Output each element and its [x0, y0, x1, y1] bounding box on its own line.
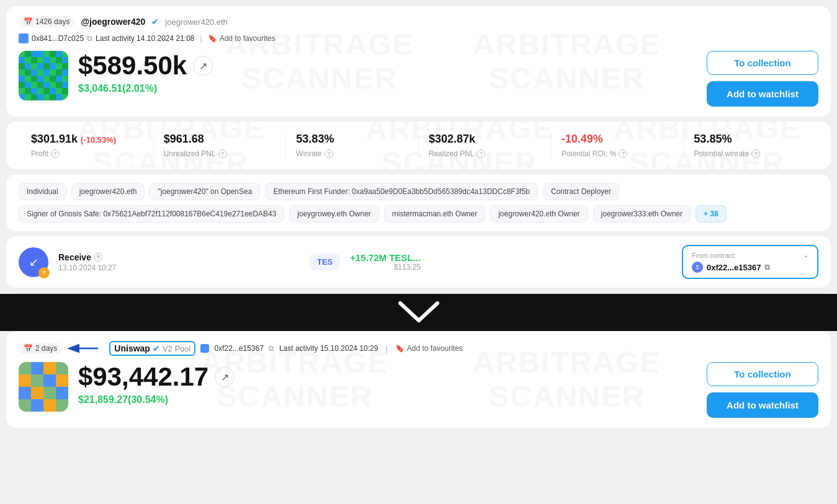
pwinrate-help-icon[interactable]: ?: [751, 149, 760, 158]
svg-rect-79: [43, 399, 56, 412]
share-button[interactable]: ↗: [193, 56, 213, 76]
profit-help-icon[interactable]: ?: [51, 149, 60, 158]
svg-rect-12: [43, 57, 50, 63]
svg-rect-66: [31, 362, 43, 374]
address-icon: [19, 33, 29, 43]
eth-name: joegrower420.eth: [165, 17, 227, 27]
wallet-2-copy-icon[interactable]: ⧉: [269, 344, 274, 353]
dropdown-icon[interactable]: ⌄: [803, 251, 808, 259]
share-icon: ↗: [199, 60, 207, 72]
svg-rect-24: [19, 69, 25, 76]
address-text: 0x841...D7c025: [32, 34, 84, 43]
share-button-2[interactable]: ↗: [215, 367, 235, 387]
svg-rect-1: [25, 51, 31, 57]
svg-rect-71: [43, 374, 56, 387]
pwinrate-value: 53.85%: [694, 133, 806, 146]
svg-rect-77: [19, 399, 31, 412]
svg-rect-48: [19, 88, 25, 94]
calendar-icon-2: 📅: [24, 344, 33, 353]
tx-help-icon[interactable]: ?: [94, 253, 102, 262]
winrate-label: Winrate ?: [296, 149, 408, 158]
add-watchlist-button-2[interactable]: Add to watchlist: [707, 392, 818, 418]
to-collection-button-2[interactable]: To collection: [707, 362, 818, 386]
winrate-value: 53.83%: [296, 133, 408, 146]
eth-icon-small: Ξ: [692, 262, 703, 273]
unrealized-value: $961.68: [164, 133, 276, 146]
svg-rect-28: [43, 69, 50, 76]
main-value-row-2: $93,442.17 ↗: [78, 362, 697, 392]
svg-rect-31: [62, 69, 68, 76]
tag-mistermacman: mistermacman.eth Owner: [384, 205, 485, 223]
svg-rect-23: [62, 63, 68, 69]
add-watchlist-button[interactable]: Add to watchlist: [707, 81, 818, 107]
unrealized-help-icon[interactable]: ?: [218, 149, 227, 158]
svg-rect-50: [31, 88, 37, 94]
svg-rect-32: [19, 76, 25, 82]
bookmark-icon: 🔖: [208, 34, 217, 43]
svg-rect-69: [19, 374, 31, 387]
tx-type-icon: ↙ Ξ: [19, 247, 48, 277]
svg-rect-8: [19, 57, 25, 63]
svg-rect-14: [56, 57, 62, 63]
wallet-1-topbar: 📅 1426 days @joegrower420 ✔ joegrower420…: [19, 16, 818, 27]
roi-value: -10.49%: [562, 133, 674, 146]
tag-opensea: "joegrower420" on OpenSea: [150, 183, 260, 200]
svg-rect-42: [31, 82, 37, 88]
svg-rect-16: [19, 63, 25, 69]
svg-rect-38: [56, 76, 62, 82]
profit-value: $301.91k (-10.53%): [31, 133, 143, 146]
svg-rect-15: [62, 57, 68, 63]
action-buttons: To collection Add to watchlist: [707, 51, 818, 107]
tag-joegrower420-owner: joegrower420.eth Owner: [490, 205, 588, 223]
days-badge: 📅 1426 days: [19, 16, 74, 27]
roi-label: Potential ROI, % ?: [562, 149, 674, 158]
svg-rect-20: [43, 63, 50, 69]
last-activity-value: 14.10.2024 21:08: [137, 34, 194, 43]
svg-rect-26: [31, 69, 37, 76]
svg-rect-41: [25, 82, 31, 88]
stat-winrate: 53.83% Winrate ?: [286, 133, 419, 158]
copy-icon[interactable]: ⧉: [87, 34, 92, 43]
svg-rect-67: [43, 362, 56, 374]
avatar-1: [19, 51, 68, 100]
tags-card: Individual joegrower420.eth "joegrower42…: [6, 174, 831, 231]
svg-rect-44: [43, 82, 50, 88]
svg-rect-43: [37, 82, 43, 88]
svg-rect-51: [37, 88, 43, 94]
value-block: $589.50k ↗ $3,046.51(2.01%): [78, 51, 697, 94]
wallet-2-add-favourites-button[interactable]: 🔖 Add to favourites: [395, 344, 463, 353]
svg-rect-25: [25, 69, 31, 76]
svg-rect-46: [56, 82, 62, 88]
username: @joegrower420: [81, 17, 145, 27]
svg-rect-49: [25, 88, 31, 94]
to-collection-button[interactable]: To collection: [707, 51, 818, 75]
svg-rect-0: [19, 51, 25, 57]
tag-gnosis: Signer of Gnosis Safe: 0x75621Aebf72f112…: [19, 205, 284, 223]
winrate-help-icon[interactable]: ?: [325, 149, 333, 158]
add-favourites-button[interactable]: 🔖 Add to favourites: [208, 34, 275, 43]
svg-rect-45: [50, 82, 56, 88]
tag-eth-funder: Ethereum First Funder: 0xa9aa50e9D0Ea3bb…: [265, 183, 538, 200]
transaction-card: ↙ Ξ Receive ? 13.10.2024 10:27 TES +15.7…: [6, 236, 831, 288]
token-badge: TES: [310, 254, 340, 270]
svg-rect-47: [62, 82, 68, 88]
svg-rect-55: [62, 88, 68, 94]
main-value-row: $589.50k ↗: [78, 51, 697, 81]
svg-rect-18: [31, 63, 37, 69]
tags-more-button[interactable]: + 38: [696, 205, 727, 223]
wallet-2-verified: ✔: [153, 343, 160, 353]
svg-rect-11: [37, 57, 43, 63]
svg-rect-63: [62, 94, 68, 100]
realized-help-icon[interactable]: ?: [477, 149, 485, 158]
annotation-arrow: [67, 341, 104, 356]
svg-rect-57: [25, 94, 31, 100]
bookmark-icon-2: 🔖: [395, 344, 405, 353]
svg-rect-74: [31, 387, 43, 399]
main-value: $589.50k: [78, 51, 187, 81]
roi-help-icon[interactable]: ?: [619, 149, 627, 158]
svg-rect-19: [37, 63, 43, 69]
addr-copy-icon[interactable]: ⧉: [764, 263, 770, 272]
wallet-1-card: ARBITRAGESCANNER ARBITRAGESCANNER 📅 1426…: [6, 6, 831, 117]
svg-rect-33: [25, 76, 31, 82]
wallet-2-pool: V2 Pool: [163, 344, 191, 353]
